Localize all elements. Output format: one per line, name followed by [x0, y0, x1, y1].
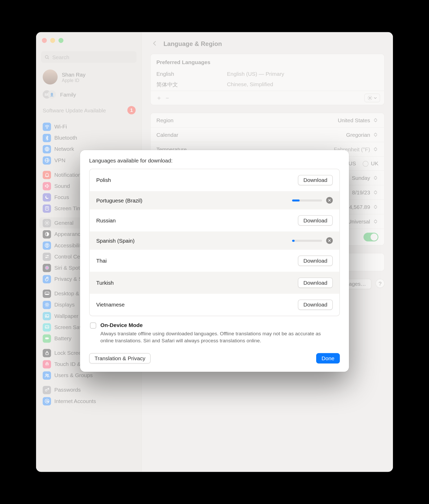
language-desc: English (US) — Primary [227, 71, 284, 77]
siri-icon [43, 264, 51, 272]
search-input[interactable]: Search [41, 51, 136, 63]
radio-uk[interactable]: UK [363, 160, 378, 167]
sidebar-item-label: Appearance [54, 231, 83, 237]
download-row: Portuguese (Brazil) [89, 191, 339, 209]
sidebar-item-internetacc[interactable]: Internet Accounts [39, 396, 138, 407]
sidebar-item-bluetooth[interactable]: Bluetooth [39, 132, 138, 143]
svg-point-27 [369, 97, 371, 99]
accessibility-icon [43, 241, 51, 249]
download-button[interactable]: Download [298, 175, 333, 185]
internetacc-icon [43, 397, 51, 405]
download-progress [292, 240, 322, 242]
battery-icon [43, 334, 51, 343]
setting-value: Universal [348, 218, 370, 224]
download-language-name: Spanish (Spain) [96, 237, 135, 244]
done-button[interactable]: Done [316, 353, 340, 363]
live-text-switch[interactable] [363, 233, 378, 242]
sidebar-item-label: Notifications [54, 172, 84, 178]
on-device-mode-checkbox[interactable] [90, 322, 96, 329]
add-language-button[interactable]: ＋ [155, 94, 163, 102]
setting-value: 8/19/23 [352, 189, 370, 195]
setting-value-select[interactable]: Sunday [352, 175, 378, 181]
svg-point-22 [45, 374, 47, 375]
download-language-name: Portuguese (Brazil) [96, 197, 142, 203]
download-progress [292, 199, 322, 201]
preferred-language-row[interactable]: 简体中文Chinese, Simplified [151, 79, 384, 91]
sidebar-item-wifi[interactable]: Wi-Fi [39, 121, 138, 132]
download-row: Spanish (Spain) [89, 231, 339, 250]
setting-value-select[interactable]: United States [338, 117, 378, 124]
privacy-icon [43, 275, 51, 283]
download-button[interactable]: Download [298, 256, 333, 266]
controlcenter-icon [43, 253, 51, 261]
sidebar-item-passwords[interactable]: Passwords [39, 384, 138, 396]
bluetooth-icon [43, 134, 51, 142]
screensaver-icon [43, 323, 51, 331]
svg-point-6 [46, 222, 47, 223]
close-icon [328, 199, 331, 202]
download-row: VietnameseDownload [89, 294, 339, 316]
sidebar-item-label: Sound [54, 183, 70, 189]
download-language-name: Turkish [96, 280, 114, 286]
minimize-window-button[interactable] [50, 38, 55, 43]
search-icon [44, 54, 50, 60]
svg-rect-14 [45, 294, 48, 295]
screentime-icon [43, 204, 51, 213]
passwords-icon [43, 386, 51, 394]
family-icon: SR👤 [43, 90, 57, 99]
stepper-icon [373, 117, 378, 124]
sound-icon [43, 182, 51, 190]
modal-title: Languages available for download: [89, 158, 340, 164]
cancel-download-button[interactable] [326, 197, 333, 204]
sidebar-item-label: Internet Accounts [54, 398, 96, 404]
language-actions-menu[interactable] [364, 94, 380, 103]
zoom-window-button[interactable] [58, 38, 63, 43]
user-sub: Apple ID [62, 78, 85, 83]
sidebar-item-label: Focus [54, 194, 69, 200]
sidebar-item-label: General [54, 220, 73, 226]
system-settings-window: Search Shan Ray Apple ID SR👤 Family Soft… [36, 32, 393, 472]
download-button[interactable]: Download [298, 277, 333, 288]
sidebar-item-label: Network [54, 146, 74, 152]
setting-label: Calendar [156, 132, 178, 138]
setting-label: Region [156, 117, 174, 123]
setting-value-select[interactable]: Universal [348, 218, 378, 225]
preferred-language-row[interactable]: EnglishEnglish (US) — Primary [151, 69, 384, 79]
window-traffic-lights [36, 32, 141, 45]
svg-point-15 [46, 304, 48, 306]
sidebar-item-label: Displays [54, 302, 75, 308]
cancel-download-button[interactable] [326, 237, 333, 244]
sidebar-item-label: Users & Groups [54, 372, 93, 378]
software-update-label: Software Update Available [43, 107, 106, 113]
download-button[interactable]: Download [298, 215, 333, 226]
appearance-icon [43, 230, 51, 238]
sidebar-item-label: VPN [54, 157, 65, 163]
setting-value-select[interactable]: 8/19/23 [352, 189, 378, 196]
wifi-icon [43, 122, 51, 131]
setting-value: Gregorian [346, 132, 370, 138]
page-title: Language & Region [163, 40, 222, 47]
svg-point-23 [47, 374, 48, 375]
apple-id-entry[interactable]: Shan Ray Apple ID [36, 67, 141, 87]
back-button[interactable] [150, 39, 159, 48]
sidebar-item-label: Accessibility [54, 242, 84, 248]
stepper-icon [373, 189, 378, 196]
setting-value-select[interactable]: Gregorian [346, 131, 379, 138]
close-window-button[interactable] [42, 38, 47, 43]
svg-point-12 [45, 266, 49, 270]
general-icon [43, 219, 51, 227]
translation-languages-modal: Languages available for download: Polish… [80, 150, 349, 372]
download-language-name: Polish [96, 177, 111, 183]
translation-privacy-button[interactable]: Translation & Privacy [89, 353, 151, 363]
displays-icon [43, 301, 51, 309]
download-row: TurkishDownload [89, 272, 339, 294]
svg-line-1 [48, 58, 49, 59]
avatar [43, 70, 58, 85]
family-entry[interactable]: SR👤 Family [36, 87, 141, 102]
remove-language-button[interactable]: － [163, 94, 171, 102]
software-update-entry[interactable]: Software Update Available 1 [36, 102, 141, 116]
help-button[interactable]: ? [376, 279, 385, 288]
language-name: English [156, 71, 227, 77]
download-language-list: PolishDownloadPortuguese (Brazil)Russian… [89, 169, 340, 316]
download-button[interactable]: Download [298, 299, 333, 310]
